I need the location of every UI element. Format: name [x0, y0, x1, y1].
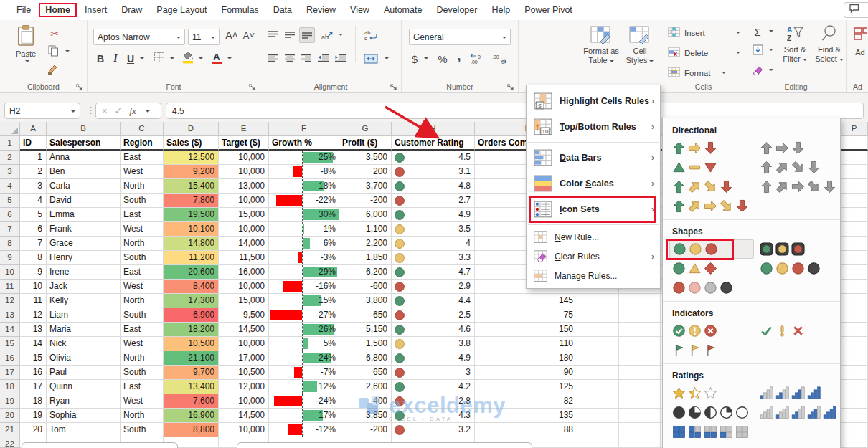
- cell[interactable]: Emma: [47, 208, 121, 222]
- cell[interactable]: 4.2: [392, 380, 475, 394]
- icon-set-option[interactable]: [672, 403, 760, 422]
- cell[interactable]: 15,400: [164, 179, 219, 194]
- icon-set-option[interactable]: [669, 239, 754, 259]
- merge-center-button[interactable]: [362, 52, 379, 66]
- row-header-11[interactable]: 11: [0, 280, 20, 294]
- cell[interactable]: [841, 136, 868, 151]
- column-header-C[interactable]: C: [121, 122, 164, 136]
- cell[interactable]: -200: [339, 194, 392, 208]
- font-color-button[interactable]: A: [209, 50, 224, 66]
- cell[interactable]: Grace: [47, 237, 121, 251]
- align-right-icon[interactable]: [299, 52, 313, 65]
- row-header-15[interactable]: 15: [0, 337, 20, 351]
- increase-indent-icon[interactable]: [334, 52, 348, 65]
- cell[interactable]: 200: [339, 165, 392, 179]
- cell[interactable]: 3.5: [392, 222, 475, 237]
- icon-set-option[interactable]: [672, 321, 760, 340]
- underline-dropdown-chevron[interactable]: [140, 57, 144, 62]
- cell[interactable]: 16,900: [164, 409, 219, 423]
- cell[interactable]: 4.6: [392, 323, 475, 337]
- icon-set-option[interactable]: [672, 138, 760, 158]
- cell[interactable]: 3.1: [392, 165, 475, 179]
- cell[interactable]: [841, 237, 868, 251]
- icon-set-option[interactable]: [760, 239, 839, 259]
- cell[interactable]: David: [47, 194, 121, 208]
- cell[interactable]: Carla: [47, 179, 121, 194]
- tab-file[interactable]: File: [10, 3, 37, 17]
- tab-draw[interactable]: Draw: [115, 3, 148, 17]
- cell[interactable]: [841, 366, 868, 380]
- comments-button[interactable]: [844, 2, 868, 18]
- cell[interactable]: [619, 394, 661, 409]
- cell[interactable]: [841, 165, 868, 179]
- cell[interactable]: South: [121, 251, 164, 265]
- cell[interactable]: -7%: [269, 366, 339, 380]
- cell[interactable]: 6: [20, 222, 47, 237]
- row-header-21[interactable]: 21: [0, 423, 20, 437]
- borders-button[interactable]: [152, 52, 166, 66]
- increase-font-size-button[interactable]: A˄: [224, 27, 240, 43]
- cell[interactable]: 180: [475, 351, 577, 366]
- cell[interactable]: Olivia: [47, 351, 121, 366]
- cell[interactable]: 7,800: [164, 194, 219, 208]
- cell[interactable]: 4: [392, 237, 475, 251]
- cell[interactable]: [619, 366, 661, 380]
- tab-developer[interactable]: Developer: [430, 3, 483, 17]
- cell[interactable]: 30%: [269, 208, 339, 222]
- cell[interactable]: 10,000: [219, 222, 269, 237]
- cell[interactable]: 10,000: [219, 194, 269, 208]
- cell[interactable]: West: [121, 337, 164, 351]
- cell[interactable]: Maria: [47, 323, 121, 337]
- cell[interactable]: [841, 423, 868, 437]
- cell[interactable]: [577, 380, 619, 394]
- icon-set-option[interactable]: [760, 259, 839, 278]
- percent-style-button[interactable]: %: [436, 52, 449, 66]
- underline-button[interactable]: U: [125, 52, 136, 66]
- cell[interactable]: Ryan: [47, 394, 121, 409]
- cell[interactable]: 6,900: [164, 308, 219, 323]
- cell[interactable]: [841, 337, 868, 351]
- horizontal-scrollbar[interactable]: [237, 442, 532, 448]
- tab-data[interactable]: Data: [267, 3, 298, 17]
- cell[interactable]: 18%: [269, 179, 339, 194]
- number-dialog-launcher-icon[interactable]: [507, 82, 515, 90]
- cell[interactable]: 17,000: [219, 351, 269, 366]
- cell[interactable]: Henry: [47, 251, 121, 265]
- cell[interactable]: 3,700: [339, 179, 392, 194]
- cell[interactable]: 2.7: [392, 194, 475, 208]
- row-header-8[interactable]: 8: [0, 237, 20, 251]
- cell[interactable]: 7: [20, 237, 47, 251]
- header-cell[interactable]: Profit ($): [339, 136, 392, 151]
- bold-button[interactable]: B: [95, 52, 106, 66]
- cell[interactable]: East: [121, 323, 164, 337]
- delete-cells-button[interactable]: x Delete: [668, 46, 740, 60]
- cell[interactable]: Kelly: [47, 294, 121, 308]
- cell[interactable]: 8,400: [164, 280, 219, 294]
- icon-set-option[interactable]: [672, 340, 760, 360]
- cell[interactable]: 4.9: [392, 208, 475, 222]
- cell[interactable]: 150: [475, 323, 577, 337]
- fill-color-dropdown-chevron[interactable]: [199, 57, 203, 62]
- cell[interactable]: [577, 323, 619, 337]
- autosum-button[interactable]: Σ: [751, 24, 764, 39]
- cell[interactable]: 10,100: [164, 222, 219, 237]
- row-header-17[interactable]: 17: [0, 366, 20, 380]
- menu-item-icon-sets[interactable]: Icon Sets›: [527, 196, 660, 222]
- column-header-G[interactable]: G: [339, 122, 392, 136]
- column-header-H[interactable]: H: [392, 122, 475, 136]
- cell[interactable]: West: [121, 280, 164, 294]
- cell[interactable]: 12,500: [164, 151, 219, 165]
- cell[interactable]: 10,000: [219, 423, 269, 437]
- cell[interactable]: 20: [20, 423, 47, 437]
- name-box[interactable]: H2: [4, 103, 80, 119]
- cancel-icon[interactable]: ×: [102, 105, 108, 116]
- paste-button[interactable]: Paste: [10, 24, 42, 63]
- row-header-5[interactable]: 5: [0, 194, 20, 208]
- cell[interactable]: -200: [339, 423, 392, 437]
- cell[interactable]: 9,700: [164, 366, 219, 380]
- cell[interactable]: 6,800: [339, 351, 392, 366]
- cell[interactable]: North: [121, 409, 164, 423]
- cell[interactable]: 12%: [269, 380, 339, 394]
- tab-power-pivot[interactable]: Power Pivot: [518, 3, 579, 17]
- cell[interactable]: [841, 323, 868, 337]
